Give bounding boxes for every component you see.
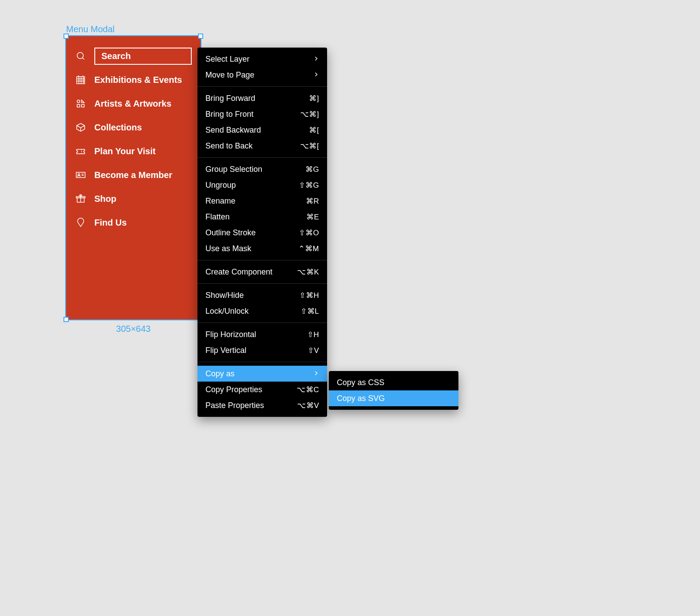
menu-item-find-us[interactable]: Find Us (75, 211, 192, 234)
menu-item-label: Find Us (94, 218, 127, 228)
menu-item-label: Become a Member (94, 170, 172, 180)
context-menu-item[interactable]: Bring Forward⌘] (197, 90, 327, 106)
context-menu-item-label: Copy as (205, 369, 235, 379)
context-menu-shortcut: ⌘R (306, 197, 319, 206)
context-menu-item[interactable]: Select Layer (197, 51, 327, 67)
context-menu-item[interactable]: Copy as CSS (329, 375, 458, 390)
context-menu-item-label: Outline Stroke (205, 228, 256, 237)
context-menu-item[interactable]: Lock/Unlock⇧⌘L (197, 303, 327, 319)
context-menu-item-label: Copy as SVG (337, 394, 385, 403)
context-menu-item-label: Show/Hide (205, 291, 244, 300)
context-menu-shortcut: ⌥⌘C (297, 385, 319, 394)
menu-item-label: Plan Your Visit (94, 146, 156, 156)
context-menu-separator (197, 157, 327, 158)
search-icon (75, 50, 86, 62)
context-menu-item[interactable]: Outline Stroke⇧⌘O (197, 225, 327, 241)
context-menu-shortcut: ⌥⌘] (300, 110, 319, 119)
context-menu-item-label: Flatten (205, 212, 230, 222)
menu-item-exhibitions[interactable]: Exhibitions & Events (75, 68, 192, 92)
context-menu-shortcut: ⌘] (309, 94, 319, 103)
resize-handle-bottom-left[interactable] (63, 317, 69, 322)
context-menu-shortcut: ⌥⌘[ (300, 141, 319, 151)
context-menu-item-label: Select Layer (205, 55, 249, 64)
id-card-icon (75, 169, 86, 181)
context-menu-item[interactable]: Paste Properties⌥⌘V (197, 397, 327, 413)
context-menu-shortcut: ⇧⌘H (299, 291, 319, 300)
context-menu-item[interactable]: Ungroup⇧⌘G (197, 177, 327, 193)
context-submenu: Copy as CSSCopy as SVG (329, 371, 458, 410)
svg-rect-17 (76, 172, 85, 178)
context-menu-item[interactable]: Use as Mask⌃⌘M (197, 241, 327, 256)
menu-item-artists[interactable]: Artists & Artworks (75, 92, 192, 115)
context-menu: Select LayerMove to PageBring Forward⌘]B… (197, 48, 327, 417)
context-menu-item[interactable]: Show/Hide⇧⌘H (197, 287, 327, 303)
context-menu-item[interactable]: Bring to Front⌥⌘] (197, 106, 327, 122)
svg-rect-13 (82, 104, 84, 107)
context-menu-shortcut: ⇧⌘L (301, 307, 319, 316)
frame-label[interactable]: Menu Modal (66, 24, 115, 34)
selection-dimensions: 305×643 (66, 324, 201, 334)
ticket-icon (75, 145, 86, 157)
cube-icon (75, 122, 86, 133)
gift-icon (75, 193, 86, 204)
menu-item-label: Artists & Artworks (94, 99, 171, 109)
context-menu-item[interactable]: Move to Page (197, 67, 327, 83)
context-menu-item-label: Flip Horizontal (205, 330, 256, 339)
context-menu-item-label: Flip Vertical (205, 346, 246, 355)
context-menu-shortcut: ⇧H (307, 330, 319, 339)
menu-item-search[interactable]: Search (75, 44, 192, 68)
context-menu-item[interactable]: Copy Properties⌥⌘C (197, 382, 327, 397)
context-menu-item-label: Create Component (205, 267, 272, 277)
resize-handle-top-right[interactable] (198, 33, 203, 39)
context-menu-item[interactable]: Group Selection⌘G (197, 161, 327, 177)
context-menu-separator (197, 362, 327, 362)
search-input[interactable]: Search (94, 48, 192, 65)
context-menu-item-label: Group Selection (205, 165, 262, 174)
context-menu-separator (197, 323, 327, 323)
menu-item-label: Shop (94, 194, 116, 204)
context-menu-shortcut: ⌥⌘K (297, 267, 319, 277)
context-menu-item[interactable]: Copy as SVG (329, 390, 458, 406)
chevron-right-icon (313, 369, 319, 379)
menu-item-member[interactable]: Become a Member (75, 163, 192, 187)
context-menu-item[interactable]: Flatten⌘E (197, 209, 327, 225)
context-menu-item-label: Ungroup (205, 181, 236, 190)
menu-item-collections[interactable]: Collections (75, 115, 192, 139)
context-menu-separator (197, 86, 327, 87)
calendar-icon (75, 74, 86, 85)
svg-rect-12 (77, 104, 80, 107)
context-menu-item-label: Move to Page (205, 71, 254, 80)
svg-marker-11 (82, 100, 84, 103)
context-menu-shortcut: ⌃⌘M (298, 244, 319, 253)
menu-item-label: Exhibitions & Events (94, 75, 182, 85)
pin-icon (75, 217, 86, 228)
context-menu-item[interactable]: Create Component⌥⌘K (197, 264, 327, 280)
context-menu-item-label: Copy Properties (205, 385, 262, 394)
svg-point-10 (77, 100, 80, 103)
frame-menu-modal[interactable]: Search Exhibitions & Events Artists & Ar… (66, 36, 201, 319)
context-menu-item[interactable]: Flip Horizontal⇧H (197, 327, 327, 342)
context-menu-item[interactable]: Rename⌘R (197, 193, 327, 209)
chevron-right-icon (313, 55, 319, 64)
resize-handle-top-left[interactable] (63, 33, 69, 39)
context-menu-item-label: Paste Properties (205, 401, 264, 410)
context-menu-shortcut: ⇧⌘O (299, 228, 319, 237)
context-menu-item-label: Send to Back (205, 141, 253, 151)
menu-item-plan-visit[interactable]: Plan Your Visit (75, 139, 192, 163)
context-menu-shortcut: ⇧⌘G (299, 181, 319, 190)
context-menu-shortcut: ⌘[ (309, 126, 319, 135)
context-menu-shortcut: ⌘G (305, 165, 319, 174)
context-menu-item[interactable]: Copy as (197, 366, 327, 382)
context-menu-item-label: Bring Forward (205, 94, 255, 103)
context-menu-item-label: Copy as CSS (337, 378, 384, 387)
menu-item-shop[interactable]: Shop (75, 187, 192, 211)
context-menu-shortcut: ⇧V (308, 346, 319, 355)
context-menu-item[interactable]: Flip Vertical⇧V (197, 342, 327, 358)
context-menu-item[interactable]: Send Backward⌘[ (197, 122, 327, 138)
context-menu-item-label: Lock/Unlock (205, 307, 249, 316)
context-menu-item[interactable]: Send to Back⌥⌘[ (197, 138, 327, 154)
menu-item-label: Collections (94, 122, 142, 133)
menu-list: Search Exhibitions & Events Artists & Ar… (66, 36, 201, 234)
chevron-right-icon (313, 71, 319, 80)
svg-line-1 (82, 58, 84, 59)
